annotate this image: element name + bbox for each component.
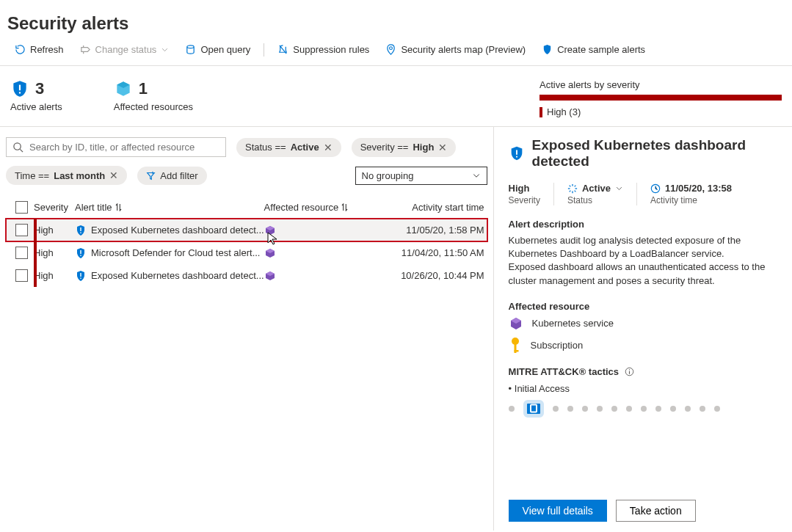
query-icon [185, 44, 196, 55]
chevron-down-icon [472, 171, 481, 180]
affected-resources-label: Affected resources [114, 101, 193, 112]
select-all-checkbox[interactable] [15, 201, 28, 214]
change-status-button: Change status [73, 40, 177, 59]
svg-point-3 [14, 143, 21, 150]
page-title: Security alerts [0, 0, 792, 40]
row-severity: High [34, 270, 75, 281]
search-input[interactable] [29, 142, 219, 153]
command-bar: Refresh Change status Open query Suppres… [0, 40, 792, 66]
kubernetes-icon [264, 270, 276, 282]
svg-rect-31 [514, 350, 518, 352]
create-sample-alerts-button[interactable]: Create sample alerts [534, 40, 653, 59]
row-severity: High [34, 247, 75, 258]
refresh-button[interactable]: Refresh [7, 40, 71, 59]
meta-time: 11/05/20, 13:58 Activity time [636, 183, 745, 205]
search-icon [12, 142, 23, 153]
info-icon[interactable] [625, 367, 634, 376]
loading-icon [567, 183, 578, 194]
clock-icon [650, 183, 661, 194]
filter-time-pill[interactable]: Time == Last month ✕ [6, 166, 127, 185]
table-row[interactable]: High Exposed Kubernetes dashboard detect… [6, 264, 487, 287]
svg-rect-2 [19, 92, 21, 93]
row-title: Exposed Kubernetes dashboard detect... [91, 225, 264, 236]
add-filter-button[interactable]: Add filter [137, 167, 206, 185]
svg-rect-8 [80, 250, 81, 254]
row-checkbox[interactable] [15, 224, 28, 236]
kubernetes-icon [264, 225, 276, 236]
severity-high-chip [539, 107, 542, 117]
severity-panel: Active alerts by severity High (3) [539, 79, 782, 117]
severity-indicator [34, 219, 37, 241]
svg-rect-13 [80, 277, 81, 278]
table-row[interactable]: High Microsoft Defender for Cloud test a… [6, 241, 487, 264]
svg-rect-4 [80, 227, 81, 231]
kubernetes-icon [264, 247, 276, 259]
col-resource[interactable]: Affected resource [264, 202, 389, 213]
shield-icon [75, 247, 87, 259]
meta-status[interactable]: Active Status [553, 183, 636, 205]
open-query-button[interactable]: Open query [178, 40, 258, 59]
key-icon [509, 337, 522, 354]
chevron-down-icon[interactable] [615, 184, 623, 192]
filter-severity-pill[interactable]: Severity == High ✕ [352, 138, 457, 157]
affected-resource-kubernetes[interactable]: Kubernetes service [509, 316, 777, 331]
sort-icon [115, 203, 122, 211]
status-icon [80, 44, 91, 55]
kpi-affected-resources: 1 Affected resources [114, 79, 193, 112]
affected-resource-heading: Affected resource [509, 301, 777, 312]
col-title[interactable]: Alert title [75, 202, 264, 213]
affected-resource-subscription[interactable]: Subscription [509, 337, 777, 354]
search-box[interactable] [6, 137, 226, 157]
take-action-button[interactable]: Take action [616, 500, 696, 522]
suppression-rules-button[interactable]: Suppression rules [270, 40, 377, 59]
cube-icon [114, 79, 133, 98]
filter-status-pill[interactable]: Status == Active ✕ [236, 138, 341, 157]
svg-line-24 [570, 190, 571, 192]
detail-title: Exposed Kubernetes dashboard detected [532, 137, 777, 170]
table-row[interactable]: High Exposed Kubernetes dashboard detect… [6, 219, 487, 241]
separator [264, 43, 264, 57]
alert-detail-pane: Exposed Kubernetes dashboard detected Hi… [494, 127, 792, 531]
svg-rect-1 [19, 85, 21, 91]
alerts-list-pane: Status == Active ✕ Severity == High ✕ Ti… [0, 127, 494, 531]
close-icon[interactable]: ✕ [324, 142, 333, 153]
active-alerts-count: 3 [35, 79, 44, 98]
severity-indicator [34, 264, 37, 287]
row-severity: High [34, 225, 75, 236]
grouping-select[interactable]: No grouping [355, 167, 487, 185]
svg-line-25 [575, 185, 576, 186]
map-icon [385, 44, 396, 55]
col-time[interactable]: Activity start time [389, 202, 484, 213]
alert-description: Kubernetes audit log analysis detected e… [509, 234, 777, 288]
kubernetes-icon [509, 316, 523, 331]
row-title: Exposed Kubernetes dashboard detect... [91, 270, 264, 281]
close-icon[interactable]: ✕ [109, 170, 118, 181]
svg-point-29 [512, 338, 519, 345]
svg-point-0 [390, 47, 393, 50]
active-alerts-label: Active alerts [10, 101, 62, 112]
grid-header: Severity Alert title Affected resource A… [6, 197, 487, 219]
affected-resources-count: 1 [139, 79, 148, 98]
kpi-active-alerts: 3 Active alerts [10, 79, 62, 112]
close-icon[interactable]: ✕ [438, 142, 447, 153]
mitre-tactic: Initial Access [509, 383, 777, 394]
severity-indicator [34, 241, 37, 264]
row-time: 10/26/20, 10:44 PM [389, 270, 484, 281]
meta-severity: High Severity [509, 183, 553, 205]
row-checkbox[interactable] [15, 269, 28, 282]
row-time: 11/04/20, 11:50 AM [389, 247, 484, 258]
view-full-details-button[interactable]: View full details [509, 500, 607, 522]
svg-rect-33 [629, 371, 630, 374]
col-severity[interactable]: Severity [34, 202, 75, 213]
svg-rect-12 [80, 273, 81, 277]
shield-icon [542, 44, 553, 55]
kpi-row: 3 Active alerts 1 Affected resources Act… [0, 66, 792, 127]
severity-bar [539, 95, 782, 101]
shield-icon [75, 225, 87, 236]
security-alerts-map-button[interactable]: Security alerts map (Preview) [378, 40, 533, 59]
mitre-heading: MITRE ATT&CK® tactics [509, 366, 619, 377]
sort-icon [341, 203, 348, 211]
grid-body: High Exposed Kubernetes dashboard detect… [6, 219, 487, 287]
row-checkbox[interactable] [15, 247, 28, 259]
row-time: 11/05/20, 1:58 PM [389, 225, 484, 236]
